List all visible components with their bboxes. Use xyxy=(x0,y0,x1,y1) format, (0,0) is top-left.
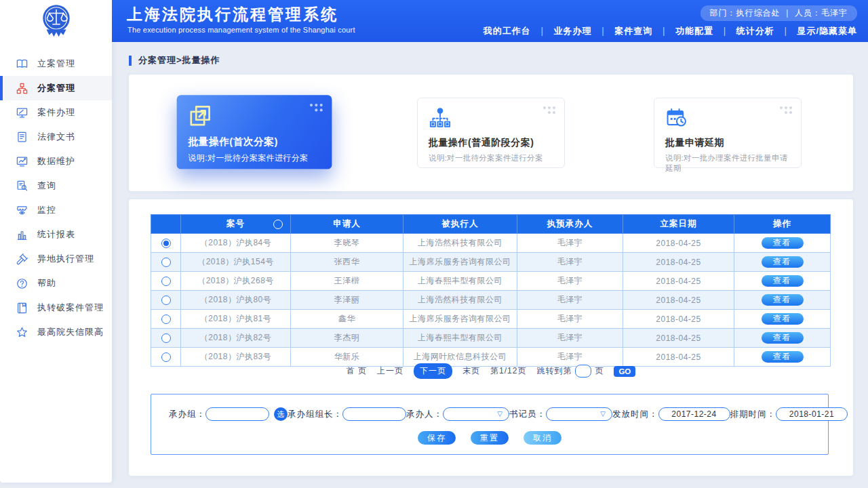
last-page-button[interactable]: 末页 xyxy=(462,365,480,377)
view-button-1[interactable]: 查看 xyxy=(762,237,804,249)
column-header-3: 被执行人 xyxy=(403,215,517,234)
group-label: 承办组： xyxy=(169,409,205,420)
app-subtitle: The execution process management system … xyxy=(127,26,355,34)
applicant-cell: 李泽丽 xyxy=(291,291,403,310)
nav-separator: ｜ xyxy=(781,25,791,37)
row-radio-5[interactable] xyxy=(161,314,171,324)
sidebar-item-11[interactable]: 执转破案件管理 xyxy=(0,296,112,320)
sidebar-item-5[interactable]: 数据维护 xyxy=(0,149,112,174)
issue-date-input[interactable]: 2017-12-24 xyxy=(658,407,730,421)
handler-field: 承办人： ▽ xyxy=(406,407,509,421)
view-button-6[interactable]: 查看 xyxy=(762,332,804,344)
sidebar-item-2[interactable]: 分案管理 xyxy=(0,76,112,100)
group-leader-input[interactable] xyxy=(342,407,406,421)
select-all-radio[interactable] xyxy=(273,220,283,229)
reset-button[interactable]: 重置 xyxy=(471,431,509,445)
case-no-cell: （2018）沪执268号 xyxy=(181,272,291,291)
pagination: 首 页 上一页 下一页 末页 第1/12页 跳转到第 页 GO xyxy=(129,363,853,379)
group-leader-label: 承办组组长： xyxy=(288,409,342,420)
sidebar-item-label: 数据维护 xyxy=(37,155,75,167)
app-header: 上海法院执行流程管理系统 The execution process manag… xyxy=(112,0,868,42)
sidebar-item-10[interactable]: 帮助 xyxy=(0,271,112,296)
card-title: 批量申请延期 xyxy=(665,137,790,149)
respondent-cell: 上海浩然科技有限公司 xyxy=(403,291,517,310)
filing-date-cell: 2018-04-25 xyxy=(623,310,734,329)
schedule-date-input[interactable]: 2018-01-21 xyxy=(776,407,848,421)
sidebar: 立案管理 分案管理 案件办理 法律文书 数据维护 查询 监控 统计报表 异地执行… xyxy=(0,42,112,483)
save-button[interactable]: 保存 xyxy=(418,431,456,445)
handler-cell: 毛泽宇 xyxy=(517,291,623,310)
breadcrumb: 分案管理>批量操作 xyxy=(129,54,220,66)
row-radio-4[interactable] xyxy=(161,296,171,305)
issue-date-label: 发放时间： xyxy=(612,409,658,420)
view-button-7[interactable]: 查看 xyxy=(762,351,804,363)
logo-area xyxy=(0,0,112,42)
row-radio-7[interactable] xyxy=(161,352,171,362)
cancel-button[interactable]: 取消 xyxy=(524,431,561,445)
row-radio-2[interactable] xyxy=(161,258,171,267)
star-icon xyxy=(16,326,28,339)
sidebar-item-7[interactable]: 监控 xyxy=(0,198,112,222)
issue-date-field: 发放时间： 2017-12-24 xyxy=(612,407,730,421)
action-card-2[interactable]: 批量操作(普通阶段分案) 说明:对一批待分案案件进行分案 xyxy=(417,98,565,168)
group-input[interactable] xyxy=(205,407,269,421)
sidebar-item-8[interactable]: 统计报表 xyxy=(0,222,112,247)
nav-item-1[interactable]: 我的工作台 xyxy=(484,25,531,37)
pick-group-button[interactable]: 选 xyxy=(274,407,288,421)
respondent-cell: 上海春熙丰型有限公司 xyxy=(403,329,517,348)
sidebar-item-12[interactable]: 最高院失信限高 xyxy=(0,320,112,344)
action-cards: 批量操作(首次分案) 说明:对一批待分案案件进行分案 批量操作(普通阶段分案) … xyxy=(129,75,853,191)
view-button-2[interactable]: 查看 xyxy=(762,256,804,268)
case-no-cell: （2018）沪执82号 xyxy=(181,329,291,348)
prev-page-button[interactable]: 上一页 xyxy=(377,365,403,377)
case-no-cell: （2018）沪执81号 xyxy=(181,310,291,329)
handler-select[interactable]: ▽ xyxy=(443,407,509,421)
nav-item-6[interactable]: 显示/隐藏菜单 xyxy=(797,25,857,37)
action-card-3[interactable]: 批量申请延期 说明:对一批办理案件进行批量申请延期 xyxy=(654,98,802,168)
page-info: 第1/12页 xyxy=(490,365,526,377)
sidebar-item-label: 查询 xyxy=(37,180,56,192)
clerk-select[interactable]: ▽ xyxy=(546,407,612,421)
jump-page-input[interactable] xyxy=(575,365,591,378)
row-radio-3[interactable] xyxy=(161,277,171,286)
sidebar-item-3[interactable]: 案件办理 xyxy=(0,100,112,125)
bookmark-icon xyxy=(16,302,28,314)
nav-item-3[interactable]: 案件查询 xyxy=(614,25,652,37)
sidebar-item-4[interactable]: 法律文书 xyxy=(0,125,112,149)
filing-date-cell: 2018-04-25 xyxy=(623,272,734,291)
app-root: 上海法院执行流程管理系统 The execution process manag… xyxy=(0,0,868,488)
nav-separator: ｜ xyxy=(598,25,608,37)
view-button-4[interactable]: 查看 xyxy=(762,294,804,306)
nav-item-5[interactable]: 统计分析 xyxy=(736,25,774,37)
sidebar-item-label: 分案管理 xyxy=(37,82,75,94)
go-button[interactable]: GO xyxy=(614,366,635,377)
main-content: 分案管理>批量操作 批量操作(首次分案) 说明:对一批待分案案件进行分案 批量操… xyxy=(112,42,868,488)
bar-chart-icon xyxy=(16,228,28,241)
sidebar-item-9[interactable]: 异地执行管理 xyxy=(0,247,112,271)
action-card-1[interactable]: 批量操作(首次分案) 说明:对一批待分案案件进行分案 xyxy=(177,95,332,169)
hierarchy-icon xyxy=(429,106,452,129)
sidebar-item-6[interactable]: 查询 xyxy=(0,174,112,198)
gavel-icon xyxy=(16,253,28,266)
filing-date-cell: 2018-04-25 xyxy=(623,329,734,348)
applicant-cell: 李杰明 xyxy=(291,329,403,348)
next-page-button[interactable]: 下一页 xyxy=(414,363,452,379)
case-table-panel: 案号申请人被执行人执预承办人立案日期操作 （2018）沪执84号李晓琴上海浩然科… xyxy=(129,199,853,476)
more-dots-icon xyxy=(542,106,555,114)
filing-date-cell: 2018-04-25 xyxy=(623,291,734,310)
row-radio-1[interactable] xyxy=(161,239,171,248)
nav-item-2[interactable]: 业务办理 xyxy=(553,25,591,37)
view-button-3[interactable]: 查看 xyxy=(762,275,804,287)
sidebar-item-1[interactable]: 立案管理 xyxy=(0,52,112,76)
first-page-button[interactable]: 首 页 xyxy=(347,365,367,377)
nav-item-4[interactable]: 功能配置 xyxy=(675,25,713,37)
card-title: 批量操作(首次分案) xyxy=(188,136,320,148)
column-header-2: 申请人 xyxy=(291,215,403,234)
table-row-6: （2018）沪执82号李杰明上海春熙丰型有限公司毛泽宇2018-04-25查看 xyxy=(151,329,831,348)
respondent-cell: 上海席乐服务咨询有限公司 xyxy=(403,310,517,329)
nav-separator: ｜ xyxy=(720,25,730,37)
view-button-5[interactable]: 查看 xyxy=(762,313,804,325)
respondent-cell: 上海席乐服务咨询有限公司 xyxy=(403,253,517,272)
help-icon xyxy=(16,277,28,290)
row-radio-6[interactable] xyxy=(161,333,171,343)
